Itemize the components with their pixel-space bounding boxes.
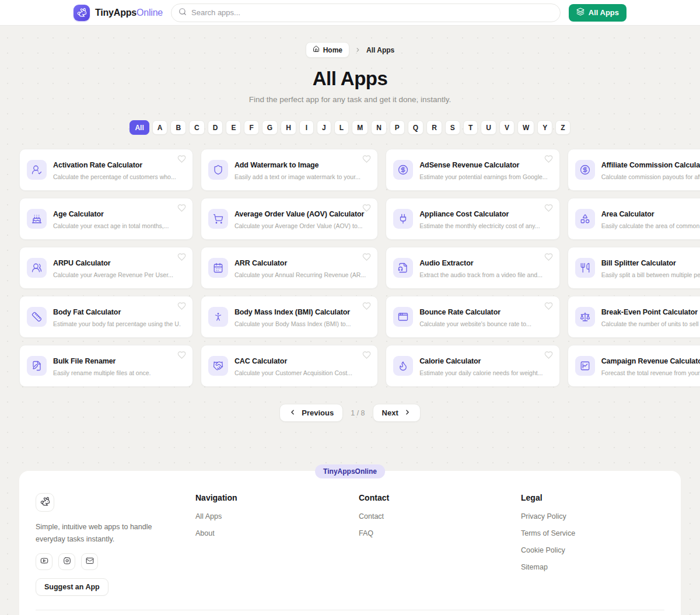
app-card[interactable]: Age CalculatorCalculate your exact age i…	[19, 198, 193, 240]
app-card[interactable]: Add Watermark to ImageEasily add a text …	[201, 149, 378, 191]
alphabet-filter-m[interactable]: M	[352, 120, 368, 135]
footer-link-sitemap[interactable]: Sitemap	[521, 563, 664, 571]
alphabet-filter-s[interactable]: S	[445, 120, 460, 135]
all-apps-button[interactable]: All Apps	[569, 4, 626, 22]
mail-button[interactable]	[81, 553, 98, 570]
footer-divider	[36, 610, 664, 610]
footer-link-about[interactable]: About	[195, 529, 359, 537]
alphabet-filter-r[interactable]: R	[426, 120, 442, 135]
chevron-right-icon	[355, 47, 361, 53]
brand-name: TinyAppsOnline	[95, 8, 163, 18]
favorite-heart-icon[interactable]	[177, 302, 186, 310]
app-card[interactable]: Calorie CalculatorEstimate your daily ca…	[386, 345, 559, 387]
favorite-heart-icon[interactable]	[544, 155, 553, 163]
suggest-app-button[interactable]: Suggest an App	[36, 578, 108, 596]
app-title: Audio Extractor	[419, 259, 473, 267]
person-standing-icon	[208, 307, 228, 327]
alphabet-filter-all[interactable]: All	[130, 120, 149, 135]
favorite-heart-icon[interactable]	[177, 351, 186, 359]
favorite-heart-icon[interactable]	[362, 302, 371, 310]
alphabet-filter-h[interactable]: H	[281, 120, 296, 135]
alphabet-filter-d[interactable]: D	[208, 120, 223, 135]
page-status: 1 / 8	[351, 409, 365, 417]
app-card[interactable]: Campaign Revenue CalculatorForecast the …	[568, 345, 700, 387]
users-icon	[27, 258, 47, 278]
alphabet-filter-f[interactable]: F	[244, 120, 258, 135]
alphabet-filter-e[interactable]: E	[226, 120, 241, 135]
favorite-heart-icon[interactable]	[362, 253, 371, 261]
instagram-button[interactable]	[58, 553, 75, 570]
alphabet-filter-w[interactable]: W	[517, 120, 534, 135]
favorite-heart-icon[interactable]	[362, 351, 371, 359]
alphabet-filter-g[interactable]: G	[262, 120, 278, 135]
favorite-heart-icon[interactable]	[177, 204, 186, 212]
favorite-heart-icon[interactable]	[362, 204, 371, 212]
app-card[interactable]: ARR CalculatorCalculate your Annual Recu…	[201, 247, 378, 289]
app-description: Calculate your Annual Recurring Revenue …	[235, 271, 366, 278]
search-bar[interactable]	[171, 4, 561, 22]
youtube-button[interactable]	[36, 553, 52, 570]
favorite-heart-icon[interactable]	[177, 253, 186, 261]
alphabet-filter-z[interactable]: Z	[555, 120, 570, 135]
app-card[interactable]: Average Order Value (AOV) CalculatorCalc…	[201, 198, 378, 240]
app-card[interactable]: Appliance Cost CalculatorEstimate the mo…	[386, 198, 559, 240]
footer-link-contact[interactable]: Contact	[359, 512, 521, 520]
alphabet-filter-l[interactable]: L	[334, 120, 349, 135]
search-input[interactable]	[191, 8, 553, 17]
brand-home-link[interactable]: TinyAppsOnline	[74, 5, 163, 21]
app-card[interactable]: Bulk File RenamerEasily rename multiple …	[19, 345, 193, 387]
favorite-heart-icon[interactable]	[177, 155, 186, 163]
alphabet-filter-b[interactable]: B	[170, 120, 186, 135]
app-description: Extract the audio track from a video fil…	[419, 271, 547, 278]
app-card[interactable]: Body Mass Index (BMI) CalculatorCalculat…	[201, 296, 378, 338]
favorite-heart-icon[interactable]	[544, 204, 553, 212]
app-card[interactable]: Bill Splitter CalculatorEasily split a b…	[568, 247, 700, 289]
breadcrumb-home[interactable]: Home	[306, 42, 349, 58]
app-card[interactable]: ARPU CalculatorCalculate your Average Re…	[19, 247, 193, 289]
footer-link-all-apps[interactable]: All Apps	[195, 512, 359, 520]
next-page-button[interactable]: Next	[373, 404, 421, 422]
footer-link-terms-of-service[interactable]: Terms of Service	[521, 529, 664, 537]
app-title: Add Watermark to Image	[235, 161, 319, 169]
app-card[interactable]: Audio ExtractorExtract the audio track f…	[386, 247, 559, 289]
favorite-heart-icon[interactable]	[544, 351, 553, 359]
app-description: Easily calculate the area of common geom…	[601, 222, 700, 229]
favorite-heart-icon[interactable]	[362, 155, 371, 163]
footer-link-privacy-policy[interactable]: Privacy Policy	[521, 512, 664, 520]
app-card[interactable]: CAC CalculatorCalculate your Customer Ac…	[201, 345, 378, 387]
alphabet-filter-v[interactable]: V	[499, 120, 514, 135]
previous-page-button[interactable]: Previous	[279, 404, 343, 422]
app-card[interactable]: Body Fat CalculatorEstimate your body fa…	[19, 296, 193, 338]
app-description: Calculate your Average Order Value (AOV)…	[235, 222, 366, 229]
favorite-heart-icon[interactable]	[544, 302, 553, 310]
alphabet-filter-t[interactable]: T	[463, 120, 478, 135]
alphabet-filter-a[interactable]: A	[152, 120, 168, 135]
alphabet-filter-y[interactable]: Y	[537, 120, 552, 135]
footer-rabbit-logo-button[interactable]	[36, 493, 54, 512]
app-card[interactable]: AdSense Revenue CalculatorEstimate your …	[386, 149, 559, 191]
app-description: Easily split a bill between multiple peo…	[601, 271, 700, 278]
alphabet-filter-c[interactable]: C	[189, 120, 205, 135]
footer-link-faq[interactable]: FAQ	[359, 529, 521, 537]
alphabet-filter-u[interactable]: U	[481, 120, 496, 135]
alphabet-filter-i[interactable]: I	[299, 120, 314, 135]
alphabet-filter-p[interactable]: P	[390, 120, 405, 135]
app-card[interactable]: Activation Rate CalculatorCalculate the …	[19, 149, 193, 191]
alphabet-filter-q[interactable]: Q	[408, 120, 424, 135]
footer-brand-badge: TinyAppsOnline	[315, 464, 385, 478]
alphabet-filter-j[interactable]: J	[317, 120, 331, 135]
app-card[interactable]: Break-Even Point CalculatorCalculate the…	[568, 296, 700, 338]
alphabet-filter-n[interactable]: N	[371, 120, 387, 135]
dollar-circle-icon	[393, 160, 413, 180]
home-icon	[313, 46, 320, 54]
app-description: Calculate your website's bounce rate to.…	[419, 320, 547, 327]
favorite-heart-icon[interactable]	[544, 253, 553, 261]
app-title: ARR Calculator	[235, 259, 287, 267]
app-card[interactable]: Affiliate Commission CalculatorCalculate…	[568, 149, 700, 191]
layers-icon	[576, 8, 584, 18]
app-card[interactable]: Bounce Rate CalculatorCalculate your web…	[386, 296, 559, 338]
app-title: ARPU Calculator	[53, 259, 111, 267]
app-card[interactable]: Area CalculatorEasily calculate the area…	[568, 198, 700, 240]
app-description: Calculate commission payouts for affilia…	[601, 173, 700, 180]
footer-link-cookie-policy[interactable]: Cookie Policy	[521, 546, 664, 554]
